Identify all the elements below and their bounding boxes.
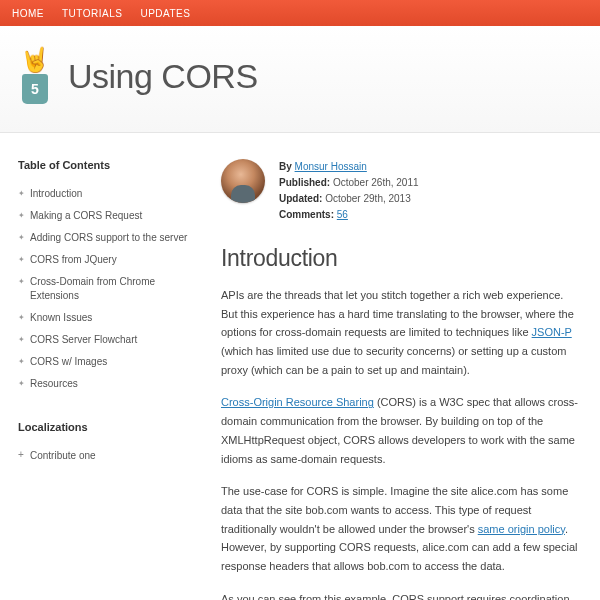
sidebar: Table of Contents Introduction Making a …: [18, 159, 193, 600]
byline: By Monsur Hossain Published: October 26t…: [221, 159, 582, 223]
comments-link[interactable]: 56: [337, 209, 348, 220]
text: (which has limited use due to security c…: [221, 345, 566, 376]
published-label: Published:: [279, 177, 330, 188]
intro-para-2: Cross-Origin Resource Sharing (CORS) is …: [221, 393, 582, 468]
article-meta: By Monsur Hossain Published: October 26t…: [279, 159, 419, 223]
toc-item-server-support[interactable]: Adding CORS support to the server: [18, 227, 193, 249]
toc-item-introduction[interactable]: Introduction: [18, 183, 193, 205]
link-same-origin[interactable]: same origin policy: [478, 523, 565, 535]
toc-item-images[interactable]: CORS w/ Images: [18, 351, 193, 373]
text: APIs are the threads that let you stitch…: [221, 289, 574, 338]
main-content: By Monsur Hossain Published: October 26t…: [221, 159, 582, 600]
updated-label: Updated:: [279, 193, 322, 204]
page-header: 🤘 5 Using CORS: [0, 26, 600, 133]
localizations-list: Contribute one: [18, 445, 193, 467]
intro-para-4: As you can see from this example, CORS s…: [221, 590, 582, 600]
comments-label: Comments:: [279, 209, 334, 220]
top-nav: HOME TUTORIALS UPDATES: [0, 0, 600, 26]
toc-item-known-issues[interactable]: Known Issues: [18, 307, 193, 329]
author-avatar: [221, 159, 265, 203]
page-title: Using CORS: [68, 57, 258, 96]
toc-item-chrome-ext[interactable]: Cross-Domain from Chrome Extensions: [18, 271, 193, 307]
nav-tutorials[interactable]: TUTORIALS: [62, 8, 122, 19]
link-json-p[interactable]: JSON-P: [532, 326, 572, 338]
intro-para-3: The use-case for CORS is simple. Imagine…: [221, 482, 582, 575]
localizations-heading: Localizations: [18, 421, 193, 433]
by-label: By: [279, 161, 292, 172]
toc-item-resources[interactable]: Resources: [18, 373, 193, 395]
toc-item-making-request[interactable]: Making a CORS Request: [18, 205, 193, 227]
link-cors-spec[interactable]: Cross-Origin Resource Sharing: [221, 396, 374, 408]
published-date: October 26th, 2011: [333, 177, 419, 188]
site-logo: 🤘 5: [20, 48, 50, 104]
section-heading-introduction: Introduction: [221, 245, 582, 272]
author-link[interactable]: Monsur Hossain: [295, 161, 367, 172]
intro-para-1: APIs are the threads that let you stitch…: [221, 286, 582, 379]
updated-date: October 29th, 2013: [325, 193, 411, 204]
toc-list: Introduction Making a CORS Request Addin…: [18, 183, 193, 395]
toc-item-flowchart[interactable]: CORS Server Flowchart: [18, 329, 193, 351]
toc-heading: Table of Contents: [18, 159, 193, 171]
nav-home[interactable]: HOME: [12, 8, 44, 19]
rock-hand-icon: 🤘: [20, 48, 50, 72]
loc-contribute[interactable]: Contribute one: [18, 445, 193, 467]
toc-item-jquery[interactable]: CORS from JQuery: [18, 249, 193, 271]
nav-updates[interactable]: UPDATES: [140, 8, 190, 19]
html5-badge-icon: 5: [22, 74, 48, 104]
